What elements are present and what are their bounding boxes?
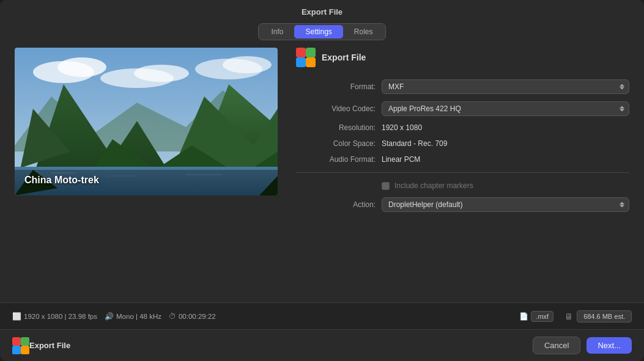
footer: Export File Cancel Next... xyxy=(0,329,644,361)
resolution-label: Resolution: xyxy=(296,123,376,132)
next-button[interactable]: Next... xyxy=(587,337,632,354)
svg-rect-26 xyxy=(12,337,21,346)
window-title: Export File xyxy=(302,7,342,16)
separator xyxy=(296,172,629,173)
tab-info[interactable]: Info xyxy=(260,25,294,38)
svg-rect-28 xyxy=(12,346,21,354)
svg-point-4 xyxy=(134,65,189,82)
status-duration-value: 00:00:29:22 xyxy=(179,313,216,320)
export-file-header: Export File xyxy=(296,48,629,67)
settings-panel: Export File Format: MXF Video Codec: xyxy=(296,48,629,302)
audio-icon: 🔊 xyxy=(105,312,114,321)
status-audio-value: Mono | 48 kHz xyxy=(116,313,161,320)
video-thumbnail: China Moto-trek xyxy=(15,48,278,195)
main-content: China Moto-trek Export File Form xyxy=(0,48,644,302)
audio-format-value: Linear PCM xyxy=(382,155,629,164)
status-bar: ⬜ 1920 x 1080 | 23.98 fps 🔊 Mono | 48 kH… xyxy=(0,302,644,329)
status-duration: ⏱ 00:00:29:22 xyxy=(169,312,216,321)
video-codec-label: Video Codec: xyxy=(296,104,376,113)
clock-icon: ⏱ xyxy=(169,312,176,321)
action-label: Action: xyxy=(296,200,376,209)
audio-format-label: Audio Format: xyxy=(296,155,376,164)
file-icon: 📄 xyxy=(519,312,528,321)
cancel-button[interactable]: Cancel xyxy=(533,337,580,354)
video-codec-select[interactable]: Apple ProRes 422 HQ xyxy=(382,101,629,116)
footer-fcpx-icon xyxy=(12,337,29,354)
chapter-markers-checkbox[interactable] xyxy=(382,182,390,190)
svg-rect-29 xyxy=(21,346,29,354)
fcpx-icon xyxy=(296,48,316,67)
settings-grid: Format: MXF Video Codec: Apple ProRes 42… xyxy=(296,79,629,212)
svg-rect-23 xyxy=(296,57,306,67)
footer-label: Export File xyxy=(29,341,533,350)
action-select[interactable]: DropletHelper (default) xyxy=(382,197,629,212)
svg-rect-21 xyxy=(296,48,306,57)
export-file-label: Export File xyxy=(322,53,366,62)
format-select[interactable]: MXF xyxy=(382,79,629,94)
status-resolution-value: 1920 x 1080 | 23.98 fps xyxy=(24,313,97,320)
chapter-markers-row: Include chapter markers xyxy=(382,181,629,190)
filesize-badge: 684.6 MB est. xyxy=(577,310,632,323)
thumbnail-svg xyxy=(15,48,278,195)
status-resolution: ⬜ 1920 x 1080 | 23.98 fps xyxy=(12,312,97,321)
svg-point-6 xyxy=(223,56,272,73)
status-audio: 🔊 Mono | 48 kHz xyxy=(105,312,161,321)
tab-settings[interactable]: Settings xyxy=(294,25,342,38)
svg-rect-22 xyxy=(306,48,316,57)
export-file-window: Export File Info Settings Roles xyxy=(0,0,644,361)
titlebar: Export File xyxy=(0,0,644,23)
resolution-value: 1920 x 1080 xyxy=(382,123,629,132)
monitor-icon: 🖥 xyxy=(564,312,573,321)
color-space-label: Color Space: xyxy=(296,139,376,148)
action-select-wrapper: DropletHelper (default) xyxy=(382,197,629,212)
resolution-icon: ⬜ xyxy=(12,312,21,321)
format-select-wrapper: MXF xyxy=(382,79,629,94)
status-file-ext: 📄 .mxf xyxy=(519,311,557,322)
svg-point-2 xyxy=(57,57,106,77)
file-ext-badge: .mxf xyxy=(531,311,553,322)
svg-rect-24 xyxy=(306,57,316,67)
video-codec-select-wrapper: Apple ProRes 422 HQ xyxy=(382,101,629,116)
video-title-overlay: China Moto-trek xyxy=(24,175,99,186)
chapter-markers-label: Include chapter markers xyxy=(394,181,473,190)
svg-rect-27 xyxy=(21,337,29,346)
preview-panel: China Moto-trek xyxy=(15,48,278,302)
tab-group: Info Settings Roles xyxy=(258,23,385,40)
tab-bar: Info Settings Roles xyxy=(0,23,644,40)
tab-roles[interactable]: Roles xyxy=(343,25,384,38)
format-label: Format: xyxy=(296,82,376,91)
color-space-value: Standard - Rec. 709 xyxy=(382,139,629,148)
